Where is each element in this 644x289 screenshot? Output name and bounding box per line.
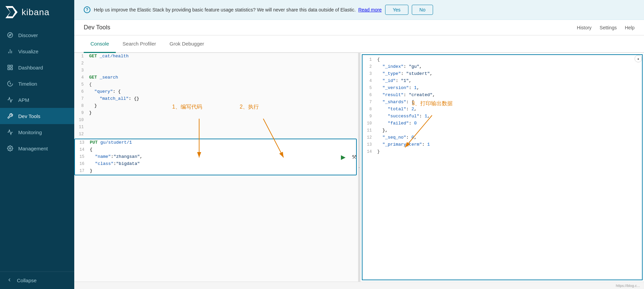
sidebar: kibana Discover Visualize Dashboard Time… xyxy=(0,0,74,289)
right-output-panel: 1 { 2 "_index": "gu", 3 "_type": "studer… xyxy=(360,53,644,282)
settings-link[interactable]: Settings xyxy=(600,25,617,30)
code-line-4: 4 GET _search xyxy=(74,74,358,81)
sidebar-collapse-label: Collapse xyxy=(17,278,36,283)
sidebar-nav: Discover Visualize Dashboard Timelion AP… xyxy=(0,24,74,271)
output-line-7: 7 "_shards": { xyxy=(363,99,642,106)
svg-rect-6 xyxy=(8,65,9,67)
sidebar-item-discover[interactable]: Discover xyxy=(0,27,74,43)
banner-yes-button[interactable]: Yes xyxy=(385,5,408,15)
output-line-11: 11 }, xyxy=(363,127,642,134)
editor-area: 1 GET _cat/health 2 3 4 GET _search xyxy=(74,53,644,282)
output-border: 1 { 2 "_index": "gu", 3 "_type": "studer… xyxy=(362,54,643,280)
output-lines: 1 { 2 "_index": "gu", 3 "_type": "studer… xyxy=(363,56,642,155)
settings-circle-button[interactable]: ● xyxy=(635,55,642,62)
tabs-bar: Console Search Profiler Grok Debugger xyxy=(74,35,644,53)
banner-read-more-link[interactable]: Read more xyxy=(358,7,381,12)
code-line-15: 15 "name":"zhangsan", xyxy=(75,153,356,161)
code-line-14: 14 { xyxy=(75,146,356,153)
svg-rect-8 xyxy=(8,68,9,70)
output-line-2: 2 "_index": "gu", xyxy=(363,63,642,70)
svg-rect-9 xyxy=(11,68,12,70)
sidebar-item-visualize-label: Visualize xyxy=(18,49,38,54)
sidebar-item-management[interactable]: Management xyxy=(0,140,74,156)
notification-banner: ? Help us improve the Elastic Stack by p… xyxy=(74,0,644,20)
tab-console[interactable]: Console xyxy=(84,35,116,53)
code-line-10: 10 xyxy=(74,117,358,124)
svg-marker-2 xyxy=(9,34,11,36)
dashboard-icon xyxy=(7,64,14,71)
tab-grok-debugger[interactable]: Grok Debugger xyxy=(163,35,211,53)
kibana-logo-icon xyxy=(5,6,18,18)
output-line-12: 12 "_seq_no": 0, xyxy=(363,134,642,141)
code-line-16: 16 "class":"bigdata" xyxy=(75,161,356,168)
code-line-2: 2 xyxy=(74,60,358,67)
sidebar-item-timelion[interactable]: Timelion xyxy=(0,76,74,92)
code-lines: 1 GET _cat/health 2 3 4 GET _search xyxy=(74,53,358,176)
kibana-logo-text: kibana xyxy=(22,7,50,18)
output-line-13: 13 "_primary_term": 1 xyxy=(363,141,642,148)
sidebar-collapse[interactable]: Collapse xyxy=(0,271,74,289)
sidebar-item-monitoring-label: Monitoring xyxy=(18,129,42,135)
main-content: ? Help us improve the Elastic Stack by p… xyxy=(74,0,644,289)
sidebar-item-apm-label: APM xyxy=(18,97,29,103)
output-line-10: 10 "failed": 0 xyxy=(363,120,642,127)
code-line-11: 11 xyxy=(74,124,358,131)
wrench-button[interactable]: ⚒ xyxy=(349,152,358,162)
code-line-17: 17 } xyxy=(75,168,356,175)
code-line-6: 6 "query": { xyxy=(74,88,358,95)
output-line-9: 9 "successful": 1, xyxy=(363,113,642,120)
banner-text: Help us improve the Elastic Stack by pro… xyxy=(94,7,382,12)
banner-message: Help us improve the Elastic Stack by pro… xyxy=(94,7,356,12)
output-line-5: 5 "_version": 1, xyxy=(363,85,642,92)
help-link[interactable]: Help xyxy=(625,25,635,30)
code-line-8: 8 } xyxy=(74,103,358,110)
sidebar-item-discover-label: Discover xyxy=(18,32,38,38)
page-header: Dev Tools History Settings Help xyxy=(74,20,644,35)
output-line-8: 8 "total": 2, xyxy=(363,106,642,113)
code-editor[interactable]: 1 GET _cat/health 2 3 4 GET _search xyxy=(74,53,358,282)
sidebar-item-management-label: Management xyxy=(18,146,48,151)
info-icon: ? xyxy=(84,6,90,13)
collapse-icon xyxy=(7,277,12,284)
compass-icon xyxy=(7,32,14,38)
output-line-4: 4 "_id": "1", xyxy=(363,78,642,85)
output-line-1: 1 { xyxy=(363,56,642,63)
page-title: Dev Tools xyxy=(84,24,110,31)
code-action-buttons: ▶ ⚒ xyxy=(339,152,358,162)
sidebar-item-timelion-label: Timelion xyxy=(18,81,37,87)
output-line-14: 14 } xyxy=(363,148,642,155)
logo-area: kibana xyxy=(0,0,74,24)
sidebar-item-apm[interactable]: APM xyxy=(0,92,74,108)
timelion-icon xyxy=(7,80,14,87)
sidebar-item-dashboard-label: Dashboard xyxy=(18,65,43,70)
code-line-3: 3 xyxy=(74,67,358,74)
code-line-9: 9 } xyxy=(74,110,358,117)
history-link[interactable]: History xyxy=(577,25,592,30)
sidebar-item-monitoring[interactable]: Monitoring xyxy=(0,124,74,140)
code-line-7: 7 "match_all": {} xyxy=(74,95,358,103)
tab-search-profiler[interactable]: Search Profiler xyxy=(116,35,163,53)
put-block: 13 PUT gu/studert/1 14 { 15 "name":"zhan… xyxy=(74,139,357,175)
monitoring-icon xyxy=(7,129,14,136)
svg-rect-7 xyxy=(11,65,12,67)
output-editor: 1 { 2 "_index": "gu", 3 "_type": "studer… xyxy=(363,55,642,157)
bar-chart-icon xyxy=(7,48,14,55)
sidebar-item-dashboard[interactable]: Dashboard xyxy=(0,59,74,76)
code-line-13: 13 PUT gu/studert/1 xyxy=(75,139,356,146)
management-icon xyxy=(7,145,14,152)
bottom-url: https://blog.c... xyxy=(616,284,640,288)
code-line-5: 5 { xyxy=(74,81,358,88)
code-line-1: 1 GET _cat/health xyxy=(74,53,358,60)
sidebar-item-devtools-label: Dev Tools xyxy=(18,113,41,119)
output-line-3: 3 "_type": "studert", xyxy=(363,70,642,78)
put-block-container: 13 PUT gu/studert/1 14 { 15 "name":"zhan… xyxy=(74,139,357,175)
sidebar-item-visualize[interactable]: Visualize xyxy=(0,43,74,59)
sidebar-item-devtools[interactable]: Dev Tools xyxy=(0,108,74,124)
bottom-bar: https://blog.c... xyxy=(74,282,644,289)
left-editor-panel: 1 GET _cat/health 2 3 4 GET _search xyxy=(74,53,358,282)
run-button[interactable]: ▶ xyxy=(339,152,348,162)
output-line-6: 6 "result": "created", xyxy=(363,92,642,99)
banner-no-button[interactable]: No xyxy=(412,5,433,15)
apm-icon xyxy=(7,96,14,103)
svg-point-10 xyxy=(9,148,11,149)
